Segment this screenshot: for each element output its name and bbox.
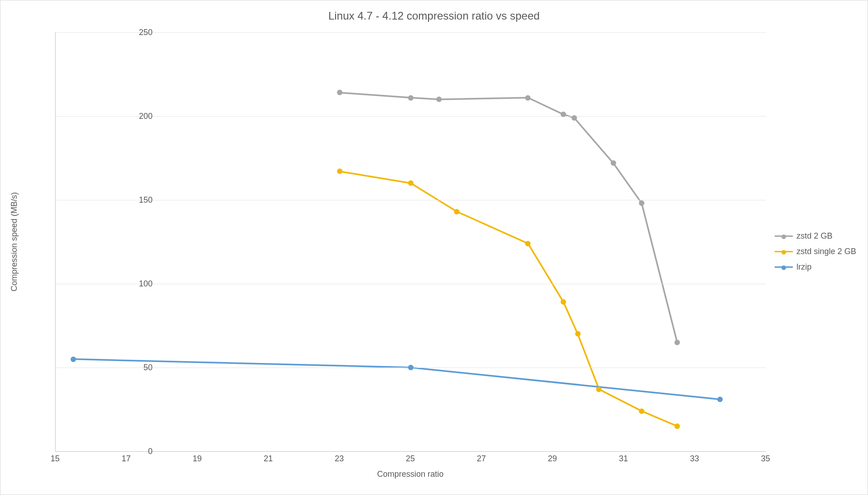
gridline (56, 32, 766, 33)
x-tick-label: 19 (188, 454, 206, 464)
y-axis-label: Compression speed (MB/s) (10, 192, 19, 291)
data-point (71, 357, 76, 362)
legend-marker-icon (781, 235, 786, 239)
data-point (639, 408, 644, 414)
data-point (611, 160, 616, 166)
data-point (674, 340, 680, 345)
data-point (717, 397, 723, 402)
legend-swatch (775, 266, 793, 268)
data-point (575, 331, 581, 337)
x-tick-label: 35 (756, 454, 775, 464)
x-tick-label: 31 (614, 454, 633, 464)
data-point (639, 200, 644, 206)
data-point (674, 424, 680, 429)
y-tick-label: 200 (130, 112, 153, 121)
series-line (73, 359, 720, 399)
legend-label: zstd 2 GB (797, 231, 832, 241)
data-point (408, 95, 414, 101)
legend-item: zstd single 2 GB (775, 244, 856, 259)
x-tick-label: 15 (46, 454, 64, 464)
legend-item: lrzip (775, 259, 856, 275)
data-point (525, 241, 531, 246)
x-tick-label: 17 (117, 454, 135, 464)
x-tick-label: 21 (259, 454, 277, 464)
plot-area (55, 32, 766, 452)
data-point (337, 90, 342, 95)
data-point (454, 209, 460, 214)
legend-swatch (775, 251, 793, 252)
legend-item: zstd 2 GB (775, 228, 856, 244)
legend-marker-icon (781, 250, 786, 255)
y-tick-label: 250 (130, 28, 153, 37)
data-point (408, 365, 414, 370)
legend-swatch (775, 235, 793, 237)
gridline (56, 200, 766, 200)
series-line (340, 92, 677, 342)
x-tick-label: 27 (472, 454, 490, 464)
chart-container: Linux 4.7 - 4.12 compression ratio vs sp… (0, 0, 868, 495)
data-point (525, 95, 531, 101)
gridline (56, 284, 766, 284)
data-point (337, 168, 342, 174)
data-point (596, 387, 602, 392)
data-point (561, 112, 566, 117)
x-tick-label: 25 (401, 454, 419, 464)
x-axis-label: Compression ratio (55, 469, 766, 479)
data-point (561, 299, 566, 305)
legend-marker-icon (781, 265, 786, 270)
data-point (408, 180, 414, 186)
y-tick-label: 150 (130, 195, 153, 205)
data-point (572, 115, 577, 121)
data-point (436, 97, 442, 102)
gridline (56, 116, 766, 117)
chart-title: Linux 4.7 - 4.12 compression ratio vs sp… (0, 10, 868, 22)
x-tick-label: 29 (543, 454, 562, 464)
y-tick-label: 100 (130, 279, 153, 289)
series-line (340, 171, 677, 426)
y-tick-label: 50 (130, 363, 153, 373)
legend: zstd 2 GBzstd single 2 GBlrzip (775, 228, 856, 275)
x-tick-label: 23 (330, 454, 348, 464)
x-tick-label: 33 (685, 454, 704, 464)
legend-label: lrzip (797, 262, 812, 272)
legend-label: zstd single 2 GB (797, 247, 856, 256)
